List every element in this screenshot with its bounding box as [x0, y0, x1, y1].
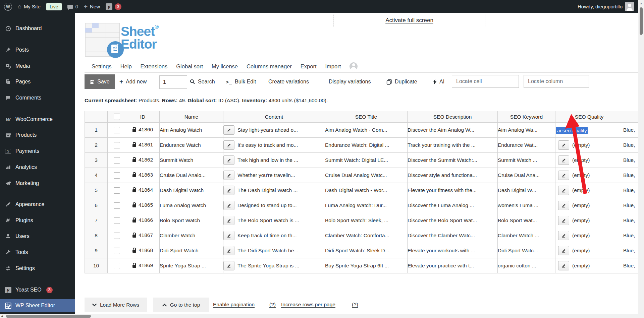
edit-content-button[interactable] [223, 186, 234, 195]
seo-description-cell[interactable]: Elevate your practice with t... [408, 258, 498, 273]
nav-extensions[interactable]: Extensions [141, 63, 168, 70]
seo-quality-cell[interactable]: (empty) (empty) [555, 138, 623, 153]
account-menu[interactable]: Howdy, diegoportillo [578, 2, 644, 11]
id-cell[interactable]: 41867 [126, 228, 160, 243]
seo-title-cell[interactable]: Dash Digital Watch - Wor... [325, 183, 408, 198]
nav-import[interactable]: Import [325, 63, 341, 70]
id-cell[interactable]: 41864 [126, 183, 160, 198]
edit-content-button[interactable] [223, 201, 234, 210]
seo-title-cell[interactable]: Didi Sport Watch: Sleek D... [325, 243, 408, 258]
display-variations-button[interactable]: Display variations [329, 74, 371, 89]
horizontal-scroll-thumb[interactable] [6, 315, 91, 318]
content-cell[interactable]: Stay light-years ahead o... [223, 123, 325, 138]
increase-rows-help-link[interactable]: (?) [352, 302, 358, 308]
search-button[interactable]: Search [190, 74, 215, 89]
edit-content-button[interactable] [223, 216, 234, 225]
row-checkbox[interactable] [114, 187, 120, 194]
vertical-scroll-thumb[interactable] [640, 7, 643, 35]
sidebar-item-marketing[interactable]: Marketing [0, 177, 75, 190]
seo-description-cell[interactable]: Discover the Clamber Watc... [408, 228, 498, 243]
horizontal-scrollbar[interactable]: ◀ [0, 314, 644, 318]
row-checkbox[interactable] [114, 157, 120, 164]
seo-quality-cell[interactable]: (empty) (empty) [555, 183, 623, 198]
seo-quality-cell[interactable]: (empty) (empty) [555, 153, 623, 168]
row-checkbox[interactable] [114, 248, 120, 254]
select-all-checkbox[interactable] [114, 114, 120, 120]
row-number[interactable]: 2 [85, 138, 108, 153]
edit-seo-quality-button[interactable] [558, 216, 569, 225]
row-number[interactable]: 5 [85, 183, 108, 198]
seo-quality-cell[interactable]: (empty) (empty) [555, 228, 623, 243]
seo-quality-cell[interactable]: (empty) (empty) [555, 198, 623, 213]
name-cell[interactable]: Dash Digital Watch [160, 183, 223, 198]
seo-description-cell[interactable]: Elevate your workouts with ... [408, 243, 498, 258]
seo-title-cell[interactable]: Buy Sprite Yoga Strap 6ft ... [325, 258, 408, 273]
col-header-seo-title[interactable]: SEO Title [325, 111, 408, 123]
name-cell[interactable]: Aim Analog Watch [160, 123, 223, 138]
id-cell[interactable]: 41868 [126, 243, 160, 258]
seo-keyword-cell[interactable]: Didi Sport Watc... [498, 243, 555, 258]
id-cell[interactable]: 41861 [126, 138, 160, 153]
name-cell[interactable]: Endurance Watch [160, 138, 223, 153]
id-cell[interactable]: 41869 [126, 258, 160, 273]
row-checkbox[interactable] [114, 172, 120, 179]
sidebar-item-users[interactable]: Users [0, 230, 75, 243]
edit-seo-quality-button[interactable] [558, 231, 569, 240]
comments-counter[interactable]: 0 [67, 4, 78, 9]
sidebar-item-media[interactable]: Media [0, 59, 75, 73]
row-checkbox[interactable] [114, 217, 120, 224]
activate-full-screen-link[interactable]: Activate full screen [385, 17, 433, 24]
seo-description-cell[interactable]: Discover the Aim Analog W... [408, 123, 498, 138]
row-number[interactable]: 8 [85, 228, 108, 243]
seo-quality-cell[interactable]: (empty) (empty) [555, 213, 623, 228]
edit-seo-quality-button[interactable] [558, 201, 569, 210]
row-number[interactable]: 3 [85, 153, 108, 168]
seo-keyword-cell[interactable]: Bolo Sport Wat... [498, 213, 555, 228]
enable-pagination-link[interactable]: Enable pagination [213, 302, 255, 308]
sidebar-item-wp-sheet-editor[interactable]: WP Sheet Editor [0, 299, 75, 312]
row-number[interactable]: 7 [85, 213, 108, 228]
yoast-admin-menu[interactable]: y 3 [106, 3, 121, 10]
content-cell[interactable]: The Didi Sport Watch he... [223, 243, 325, 258]
load-more-rows-button[interactable]: Load More Rows [85, 298, 147, 312]
locate-column-input[interactable] [524, 75, 589, 88]
seo-title-cell[interactable]: Summit Watch: Digital LE... [325, 153, 408, 168]
ai-button[interactable]: AI [433, 74, 444, 89]
seo-title-cell[interactable]: Endurance Watch: Digital ... [325, 138, 408, 153]
duplicate-button[interactable]: Duplicate [386, 74, 417, 89]
col-header-seo-description[interactable]: SEO Description [408, 111, 498, 123]
content-cell[interactable]: The Dash Digital Watch ... [223, 183, 325, 198]
seo-title-cell[interactable]: Luma Analog Watch: Dur... [325, 198, 408, 213]
nav-settings[interactable]: Settings [92, 63, 112, 70]
sidebar-item-payments[interactable]: $ Payments [0, 144, 75, 158]
bulk-edit-button[interactable]: >_ Bulk Edit [226, 74, 256, 89]
nav-columns-manager[interactable]: Columns manager [247, 63, 292, 70]
edit-content-button[interactable] [223, 261, 234, 270]
content-cell[interactable]: The Bolo Sport Watch is ... [223, 213, 325, 228]
enable-pagination-help-link[interactable]: (?) [269, 302, 276, 308]
sidebar-item-pages[interactable]: Pages [0, 75, 75, 88]
new-menu[interactable]: + New [84, 3, 100, 10]
id-cell[interactable]: 41865 [126, 198, 160, 213]
edit-seo-quality-button[interactable] [558, 155, 569, 165]
seo-description-cell[interactable]: Discover the Luma Analog ... [408, 198, 498, 213]
seo-description-cell[interactable]: Discover the Bolo Sport Wat... [408, 213, 498, 228]
edit-seo-quality-button[interactable] [558, 186, 569, 195]
seo-title-cell[interactable]: Bolo Sport Watch: Sleek, ... [325, 213, 408, 228]
nav-my-license[interactable]: My license [212, 63, 238, 70]
sidebar-item-products[interactable]: Products [0, 128, 75, 142]
content-cell[interactable]: The Sprite Yoga Strap is ... [223, 258, 325, 273]
sidebar-item-analytics[interactable]: Analytics [0, 161, 75, 174]
seo-keyword-cell[interactable]: Summit Watch ... [498, 153, 555, 168]
edit-content-button[interactable] [223, 155, 234, 165]
content-cell[interactable]: It's easy to track and mo... [223, 138, 325, 153]
seo-quality-cell[interactable]: ai:seo-quality ai:seo-quality [555, 123, 623, 138]
seo-keyword-cell[interactable]: Cruise Dual Ana... [498, 168, 555, 183]
seo-keyword-cell[interactable]: Clamber Watch ... [498, 228, 555, 243]
seo-title-cell[interactable]: Clamber Watch: Comforta... [325, 228, 408, 243]
seo-quality-cell[interactable]: (empty) (empty) [555, 243, 623, 258]
content-cell[interactable]: Whether you're travelin... [223, 168, 325, 183]
row-number[interactable]: 4 [85, 168, 108, 183]
col-header-seo-quality[interactable]: SEO Quality [555, 111, 623, 123]
wordpress-menu[interactable]: W [4, 3, 12, 11]
